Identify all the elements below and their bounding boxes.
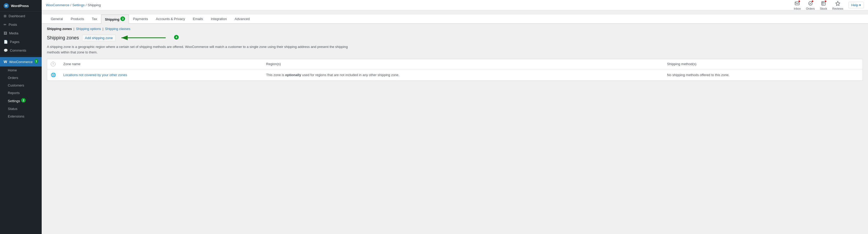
shipping-zones-title: Shipping zones [47,35,79,41]
subtab-shipping-options[interactable]: Shipping options [76,27,101,31]
content-area: General Products Tax Shipping 3 Payments… [42,10,868,234]
help-button[interactable]: Help ▾ [848,2,864,8]
inbox-dot [798,0,800,2]
svg-marker-3 [836,1,840,5]
tab-shipping[interactable]: Shipping 3 [101,14,129,24]
stock-label: Stock [820,7,827,10]
tab-accounts-privacy[interactable]: Accounts & Privacy [152,14,189,24]
sidebar-item-posts[interactable]: ✏ Posts [0,20,42,29]
sidebar-item-dashboard[interactable]: ⊞ Dashboard [0,12,42,20]
zone-methods-cell: No shipping methods offered to this zone… [663,69,863,81]
reviews-icon-wrapper [835,0,841,6]
pages-icon: 📄 [4,40,8,44]
sidebar-sub-label: Orders [8,76,18,80]
shipping-zones-table: ? Zone name Region(s) Shipping method(s)… [47,59,863,81]
posts-icon: ✏ [4,23,6,27]
tab-tax[interactable]: Tax [88,14,101,24]
sidebar-item-comments[interactable]: 💬 Comments [0,46,42,55]
subtab-sep2: | [103,27,103,31]
wordpress-icon: W [4,3,9,8]
tab-advanced[interactable]: Advanced [231,14,254,24]
zone-name-cell[interactable]: Locations not covered by your other zone… [60,69,262,81]
sidebar-sub-item-orders[interactable]: Orders [0,74,42,82]
annotation-arrow [119,34,171,42]
subtab-shipping-zones[interactable]: Shipping zones [47,27,72,31]
tab-general[interactable]: General [47,14,67,24]
orders-dot [811,0,813,2]
sidebar-sub-label: Customers [8,83,24,87]
breadcrumb-woocommerce[interactable]: WooCommerce [46,3,69,7]
stock-dot [825,0,827,2]
sidebar-item-label: Pages [10,40,20,44]
tab-shipping-label: Shipping [105,18,120,21]
reviews-label: Reviews [832,7,843,10]
optionally-text: optionally [285,73,301,77]
sidebar-item-label: Dashboard [9,14,25,18]
sidebar-item-media[interactable]: 🖼 Media [0,29,42,37]
orders-label: Orders [806,7,815,10]
orders-icon-wrapper [807,0,813,6]
tab-integration[interactable]: Integration [207,14,230,24]
globe-icon: 🌐 [51,73,56,77]
breadcrumb-current: Shipping [88,3,101,7]
col-regions-header: Region(s) [262,59,663,69]
sidebar-item-woocommerce[interactable]: W WooCommerce 1 [0,57,42,66]
breadcrumb-sep1: / [70,3,71,7]
col-zone-name-header: Zone name [60,59,262,69]
step-3-badge: 3 [120,17,125,21]
reviews-icon [835,1,840,6]
sidebar-logo-text: WordPress [11,4,29,8]
col-shipping-methods-header: Shipping method(s) [663,59,863,69]
dashboard-icon: ⊞ [4,14,6,18]
sidebar-item-pages[interactable]: 📄 Pages [0,37,42,46]
step-1-badge: 1 [35,59,38,64]
main-area: WooCommerce / Settings / Shipping Inbox [42,0,868,234]
tab-emails[interactable]: Emails [189,14,207,24]
zone-icon-cell: 🌐 [47,69,60,81]
sidebar-logo: W WordPress [0,0,42,12]
sidebar-sub-item-customers[interactable]: Customers [0,82,42,89]
subtab-sep1: | [73,27,74,31]
stock-icon-item[interactable]: Stock [820,0,827,10]
sidebar-sub-item-extensions[interactable]: Extensions [0,113,42,120]
sidebar-item-label: WooCommerce [9,60,33,64]
table-row: 🌐 Locations not covered by your other zo… [47,69,863,81]
sidebar-sub-label: Extensions [8,114,25,118]
inbox-icon-item[interactable]: Inbox [794,0,801,10]
sidebar-sub-item-reports[interactable]: Reports [0,89,42,97]
zone-regions-cell: This zone is optionally used for regions… [262,69,663,81]
stock-icon-wrapper [820,0,827,6]
sidebar-sub-item-home[interactable]: Home [0,66,42,74]
comments-icon: 💬 [4,49,8,52]
sidebar-divider [0,56,42,56]
sidebar-sub-label: Home [8,68,17,72]
col-icon-header: ? [47,59,60,69]
info-icon: ? [51,62,56,66]
subtab-shipping-classes[interactable]: Shipping classes [105,27,130,31]
sidebar-item-label: Posts [9,23,17,27]
orders-icon-item[interactable]: Orders [806,0,815,10]
settings-tabs: General Products Tax Shipping 3 Payments… [42,14,868,24]
sidebar: W WordPress ⊞ Dashboard ✏ Posts 🖼 Media … [0,0,42,234]
tab-products[interactable]: Products [67,14,88,24]
woocommerce-icon: W [4,60,7,64]
inbox-icon-wrapper [794,0,800,6]
add-shipping-zone-button[interactable]: Add shipping zone [82,35,116,41]
inbox-label: Inbox [794,7,801,10]
sidebar-sub-label: Settings [8,99,20,103]
breadcrumb-settings[interactable]: Settings [72,3,85,7]
breadcrumb: WooCommerce / Settings / Shipping [46,3,101,7]
shipping-zones-description: A shipping zone is a geographic region w… [47,44,360,55]
sidebar-sub-label: Reports [8,91,20,95]
sidebar-item-label: Media [9,31,18,35]
media-icon: 🖼 [4,31,7,35]
step-4-badge: 4 [174,35,179,39]
tab-payments[interactable]: Payments [129,14,152,24]
reviews-icon-item[interactable]: Reviews [832,0,843,10]
shipping-subtabs: Shipping zones | Shipping options | Ship… [47,27,863,31]
sidebar-sub-item-settings[interactable]: Settings 2 [0,97,42,105]
sidebar-sub-item-status[interactable]: Status [0,105,42,113]
section-header: Shipping zones Add shipping zone 4 [47,34,863,42]
zone-name-link[interactable]: Locations not covered by your other zone… [63,73,127,77]
topbar: WooCommerce / Settings / Shipping Inbox [42,0,868,10]
